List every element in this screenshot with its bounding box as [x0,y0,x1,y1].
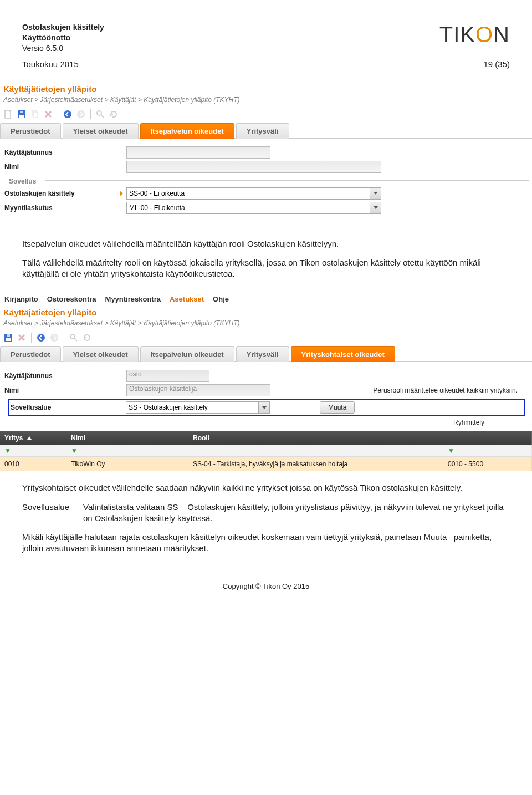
label-ryhmittely: Ryhmittely [453,419,484,426]
toolbar-separator [58,109,58,119]
col-header-extra[interactable] [443,431,532,445]
breadcrumb-2: Asetukset > Järjestelmäasetukset > Käytt… [3,319,532,327]
funnel-icon[interactable]: ▼ [448,447,454,455]
screenshot-2: Kirjanpito Ostoreskontra Myyntireskontra… [0,293,532,471]
tab-itsepalvelun-oikeudet[interactable]: Itsepalvelun oikeudet [140,123,234,139]
label-sovellusalue: Sovellusalue [11,404,126,411]
paragraph-2: Tällä välilehdellä määritelty rooli on k… [22,257,510,280]
tabs-1: Perustiedot Yleiset oikeudet Itsepalvelu… [0,123,532,139]
menu-ostoreskontra[interactable]: Ostoreskontra [47,295,96,303]
table-row[interactable]: 0010 TikoWin Oy SS-04 - Tarkistaja, hyvä… [0,457,532,471]
doc-version: Versio 6.5.0 [22,43,104,54]
tab-perustiedot[interactable]: Perustiedot [0,123,61,139]
label-kayttajatunnus: Käyttäjätunnus [4,149,126,156]
paragraph-4: Valintalistasta valitaan SS – Ostolaskuj… [83,502,510,524]
doc-date: Toukokuu 2015 [22,59,79,69]
search-icon[interactable] [69,333,79,343]
tab-yleiset-oikeudet[interactable]: Yleiset oikeudet [63,346,139,362]
dropdown-myyntilaskutus-value[interactable] [126,202,370,214]
ryhmittely-checkbox[interactable] [488,419,495,426]
breadcrumb-1: Asetukset > Järjestelmäasetukset > Käytt… [3,96,532,104]
new-icon[interactable] [3,109,13,119]
svg-line-16 [74,338,77,341]
doc-title-1: Ostolaskujen käsittely [22,22,104,33]
paragraph-1: Itsepalvelun oikeudet välilehdellä määri… [22,238,510,249]
cell-yritys: 0010 [0,457,66,471]
tab-perustiedot[interactable]: Perustiedot [0,346,61,362]
tab-itsepalvelun-oikeudet[interactable]: Itsepalvelun oikeudet [140,346,234,362]
dropdown-button-icon[interactable] [370,202,381,214]
menu-asetukset[interactable]: Asetukset [170,295,204,303]
tab-yritysvali[interactable]: Yritysväli [236,123,289,139]
doc-page: 19 (35) [483,59,510,69]
tabs-2: Perustiedot Yleiset oikeudet Itsepalvelu… [0,346,532,362]
perusrooli-note: Perusrooli määrittelee oikeudet kaikkiin… [373,386,529,394]
input-nimi[interactable] [126,161,381,173]
form-2: Käyttäjätunnus osto Nimi Ostolaskujen kä… [0,362,532,431]
save-icon[interactable] [17,109,27,119]
menu-kirjanpito[interactable]: Kirjanpito [4,295,38,303]
dropdown-sovellusalue[interactable] [126,401,270,414]
dropdown-ostolaskut-value[interactable] [126,187,370,200]
highlight-sovellusalue: Sovellusalue Muuta [8,399,525,416]
toolbar-separator [90,109,91,119]
input-kayttajatunnus[interactable] [126,146,270,159]
search-icon[interactable] [95,109,105,119]
label-sovellusalue-inline: Sovellusalue [22,502,75,524]
form-1: Käyttäjätunnus Nimi Sovellus Ostolaskuje… [0,139,532,224]
label-ostolaskut: Ostolaskujen käsittely [4,190,75,197]
label-nimi: Nimi [4,386,126,394]
label-myyntilaskutus: Myyntilaskutus [4,204,126,212]
footer-copyright: Copyright © Tikon Oy 2015 [22,582,510,590]
copy-icon[interactable] [30,109,40,119]
delete-icon[interactable] [43,109,53,119]
tab-yleiset-oikeudet[interactable]: Yleiset oikeudet [63,123,139,139]
funnel-icon[interactable]: ▼ [71,447,78,455]
input-kayttajatunnus: osto [126,370,209,382]
funnel-icon[interactable]: ▼ [4,447,11,455]
back-icon[interactable] [63,109,73,119]
tab-yritysvali[interactable]: Yritysväli [236,346,289,362]
col-header-rooli[interactable]: Rooli [188,431,443,445]
toolbar-separator [64,333,64,343]
dropdown-sovellusalue-value[interactable] [126,401,259,414]
svg-point-6 [64,110,71,118]
menu-ohje[interactable]: Ohje [213,295,229,303]
legend-sovellus: Sovellus [4,176,40,185]
doc-header-left: Ostolaskujen käsittely Käyttöönotto Vers… [22,22,104,54]
menu-myyntireskontra[interactable]: Myyntireskontra [105,295,161,303]
tab-yrityskohtaiset-oikeudet[interactable]: Yrityskohtaiset oikeudet [291,346,395,362]
forward-icon[interactable] [49,333,59,343]
svg-rect-12 [7,334,10,337]
delete-icon[interactable] [17,333,27,343]
muuta-button[interactable]: Muuta [320,401,355,414]
dropdown-button-icon[interactable] [370,187,381,200]
dropdown-myyntilaskutus[interactable] [126,202,381,214]
svg-point-14 [50,334,58,342]
section-title-1: Käyttäjätietojen ylläpito [3,84,532,94]
col-header-yritys[interactable]: Yritys [0,431,66,445]
svg-line-9 [101,115,104,118]
save-icon[interactable] [3,333,13,343]
svg-rect-11 [6,338,11,341]
paragraph-4-row: Sovellusalue Valintalistasta valitaan SS… [22,502,510,524]
label-nimi: Nimi [4,163,126,171]
dropdown-ostolaskut[interactable] [126,187,381,200]
svg-point-13 [37,334,45,342]
doc-header: Ostolaskujen käsittely Käyttöönotto Vers… [22,22,510,54]
refresh-icon[interactable] [109,109,119,119]
top-menu: Kirjanpito Ostoreskontra Myyntireskontra… [0,293,532,308]
col-header-nimi[interactable]: Nimi [66,431,188,445]
input-nimi: Ostolaskujen käsittelijä [126,384,270,396]
paragraph-3: Yrityskohtaiset oikeudet välilehdelle sa… [22,482,510,493]
toolbar-separator [31,333,32,343]
grid-header: Yritys Nimi Rooli [0,431,532,445]
dropdown-button-icon[interactable] [259,401,270,414]
toolbar-2 [0,330,532,345]
sort-asc-icon [27,436,32,440]
doc-title-2: Käyttöönotto [22,33,104,43]
refresh-icon[interactable] [82,333,92,343]
back-icon[interactable] [36,333,46,343]
forward-icon[interactable] [76,109,86,119]
cell-rooli: SS-04 - Tarkistaja, hyväksyjä ja maksatu… [188,457,443,471]
